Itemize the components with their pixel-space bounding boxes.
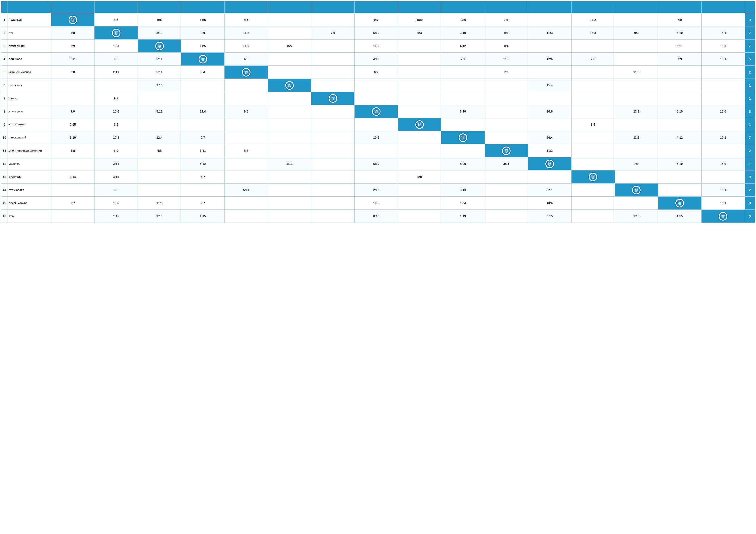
score-cell: 9:7 [528, 184, 571, 197]
score-cell [441, 79, 485, 92]
score-cell: 4:8 [138, 144, 181, 157]
score-cell [268, 184, 311, 197]
cas-logo: ICAS [198, 54, 208, 64]
score-cell: 5:9 [51, 39, 94, 53]
score-cell [398, 157, 441, 170]
score-cell [615, 39, 658, 53]
score-cell [398, 131, 441, 144]
score-cell: ICAS [181, 53, 225, 66]
cas-logo: ICAS [241, 67, 251, 77]
table-row: 10ПИРОГОВСКИЙ6:1010:312:49:710:6 ICAS 20… [1, 131, 755, 144]
score-cell: 0:16 [355, 210, 398, 223]
row-number: 1 [1, 13, 8, 26]
table-row: 8АТМОСФЕРА7:910:65:1112:49:6 ICAS 6:1010… [1, 105, 755, 118]
score-cell: 15:2 [268, 39, 311, 53]
score-cell [701, 144, 745, 157]
row-team-name: RTC [8, 26, 51, 39]
score-cell: 7:5 [571, 53, 615, 66]
score-cell: 6:10 [441, 105, 485, 118]
score-cell [268, 131, 311, 144]
score-cell: 7:9 [311, 26, 355, 39]
score-cell: 3:13 [138, 210, 181, 223]
score-cell [138, 118, 181, 131]
score-cell [268, 210, 311, 223]
score-cell: 19:1 [701, 131, 745, 144]
score-cell: 11:5 [181, 13, 225, 26]
score-cell [615, 79, 658, 92]
score-cell: 5:11 [138, 105, 181, 118]
header-col-14 [615, 1, 658, 13]
row-points: 7 [745, 131, 755, 144]
score-cell [398, 184, 441, 197]
score-cell [571, 105, 615, 118]
header-col-1 [51, 1, 94, 13]
score-cell [571, 210, 615, 223]
row-team-name: РЕЗИДЕНЦИЯ [8, 39, 51, 53]
row-number: 15 [1, 197, 8, 210]
row-team-name: ПИРОГОВСКИЙ [8, 131, 51, 144]
score-cell [268, 144, 311, 157]
header-col-9 [398, 1, 441, 13]
cas-logo: ICAS [155, 41, 164, 51]
score-cell: 5:7 [181, 170, 225, 184]
row-number: 9 [1, 118, 8, 131]
cas-logo: ICAS [68, 15, 78, 25]
score-cell [615, 144, 658, 157]
score-cell: 12:4 [181, 105, 225, 118]
score-cell: ICAS [528, 157, 571, 170]
row-number: 5 [1, 66, 8, 79]
row-team-name: ЛИДЕР-МОСКВА [8, 197, 51, 210]
score-cell [528, 39, 571, 53]
score-cell: 1:15 [658, 210, 701, 223]
cas-logo: ICAS [415, 120, 424, 129]
score-cell: 13:3 [701, 39, 745, 53]
row-team-name: VIKTORIA [8, 157, 51, 170]
cas-logo: ICAS [458, 133, 468, 142]
score-cell: 8:6 [225, 13, 268, 26]
score-cell: 3:13 [441, 184, 485, 197]
score-cell [485, 131, 528, 144]
header-points [745, 1, 755, 13]
row-team-name: RTC-Academy [8, 118, 51, 131]
score-cell: 10:6 [94, 105, 138, 118]
row-number: 4 [1, 53, 8, 66]
score-cell: ICAS [571, 170, 615, 184]
score-cell [94, 79, 138, 92]
score-cell: ICAS [658, 197, 701, 210]
score-cell: 10:6 [355, 131, 398, 144]
cas-logo: ICAS [545, 159, 554, 169]
score-cell: 8:7 [225, 144, 268, 157]
score-cell: 12:6 [528, 53, 571, 66]
score-cell: 13:2 [615, 105, 658, 118]
score-cell [51, 157, 94, 170]
header-row [1, 1, 755, 13]
score-cell [571, 157, 615, 170]
table-row: 5КРАСНОЗНАМЕНСК6:82:115:118:4 ICAS 6:97:… [1, 66, 755, 79]
score-cell [181, 92, 225, 105]
cas-logo: ICAS [718, 212, 728, 221]
score-cell [225, 92, 268, 105]
score-cell: 7:9 [615, 157, 658, 170]
score-cell: 4:20 [441, 157, 485, 170]
table-row: 7БАМОС9:7 ICAS 1 [1, 92, 755, 105]
score-cell: 6:10 [355, 26, 398, 39]
row-team-name: ПОДОЛЬСК [8, 13, 51, 26]
score-cell [658, 118, 701, 131]
score-cell [485, 184, 528, 197]
score-cell: ICAS [225, 66, 268, 79]
score-cell: 3:9 [94, 184, 138, 197]
row-points: 6 [745, 105, 755, 118]
header-col-8 [355, 1, 398, 13]
table-row: 14АТОМ-СПОРТ3:95:112:133:139:7 ICAS 15:1… [1, 184, 755, 197]
score-cell [311, 118, 355, 131]
score-cell: 4:11 [268, 157, 311, 170]
score-cell: 13:3 [94, 39, 138, 53]
score-cell [268, 13, 311, 26]
row-team-name: РУТА [8, 210, 51, 223]
score-cell: 1:15 [181, 210, 225, 223]
row-team-name: СПОРТИВНАЯ ДИПЛОМАТИЯ [8, 144, 51, 157]
score-cell [311, 170, 355, 184]
score-cell [571, 79, 615, 92]
score-cell [441, 144, 485, 157]
score-cell: 2:15 [138, 79, 181, 92]
